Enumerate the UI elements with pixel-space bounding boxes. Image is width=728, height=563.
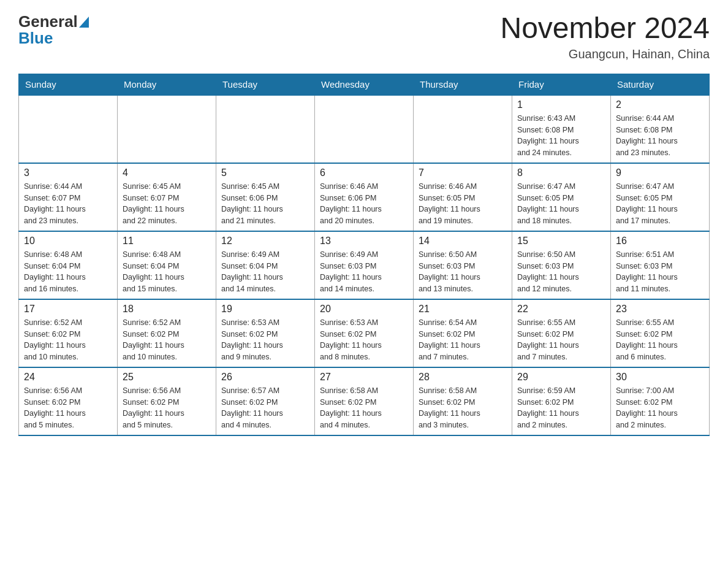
week-row-2: 3Sunrise: 6:44 AMSunset: 6:07 PMDaylight… bbox=[19, 163, 710, 231]
day-number: 12 bbox=[221, 236, 309, 247]
day-number: 9 bbox=[616, 167, 704, 178]
logo-arrow-icon bbox=[79, 17, 89, 28]
calendar-cell bbox=[19, 95, 118, 163]
day-number: 25 bbox=[123, 372, 211, 383]
calendar-cell bbox=[414, 95, 512, 163]
calendar-cell: 12Sunrise: 6:49 AMSunset: 6:04 PMDayligh… bbox=[216, 231, 315, 299]
day-number: 29 bbox=[517, 372, 605, 383]
day-number: 28 bbox=[419, 372, 507, 383]
calendar-cell: 17Sunrise: 6:52 AMSunset: 6:02 PMDayligh… bbox=[19, 299, 118, 367]
month-title: November 2024 bbox=[500, 12, 710, 45]
day-info: Sunrise: 6:49 AMSunset: 6:04 PMDaylight:… bbox=[221, 249, 309, 295]
calendar-cell: 23Sunrise: 6:55 AMSunset: 6:02 PMDayligh… bbox=[611, 299, 710, 367]
day-number: 7 bbox=[419, 167, 507, 178]
day-info: Sunrise: 6:52 AMSunset: 6:02 PMDaylight:… bbox=[123, 317, 211, 363]
day-number: 30 bbox=[616, 372, 704, 383]
calendar-cell: 26Sunrise: 6:57 AMSunset: 6:02 PMDayligh… bbox=[216, 367, 315, 435]
day-info: Sunrise: 6:55 AMSunset: 6:02 PMDaylight:… bbox=[517, 317, 605, 363]
day-info: Sunrise: 6:49 AMSunset: 6:03 PMDaylight:… bbox=[320, 249, 408, 295]
calendar-cell: 4Sunrise: 6:45 AMSunset: 6:07 PMDaylight… bbox=[118, 163, 216, 231]
header-thursday: Thursday bbox=[414, 74, 512, 95]
day-number: 24 bbox=[24, 372, 112, 383]
calendar-cell bbox=[315, 95, 414, 163]
day-info: Sunrise: 6:45 AMSunset: 6:06 PMDaylight:… bbox=[221, 181, 309, 227]
day-number: 10 bbox=[24, 236, 112, 247]
day-number: 22 bbox=[517, 304, 605, 315]
day-info: Sunrise: 6:43 AMSunset: 6:08 PMDaylight:… bbox=[517, 113, 605, 159]
header-monday: Monday bbox=[118, 74, 216, 95]
day-info: Sunrise: 6:46 AMSunset: 6:05 PMDaylight:… bbox=[419, 181, 507, 227]
day-info: Sunrise: 6:58 AMSunset: 6:02 PMDaylight:… bbox=[419, 385, 507, 431]
calendar-cell: 5Sunrise: 6:45 AMSunset: 6:06 PMDaylight… bbox=[216, 163, 315, 231]
day-number: 17 bbox=[24, 304, 112, 315]
day-info: Sunrise: 7:00 AMSunset: 6:02 PMDaylight:… bbox=[616, 385, 704, 431]
header-sunday: Sunday bbox=[19, 74, 118, 95]
calendar-cell: 6Sunrise: 6:46 AMSunset: 6:06 PMDaylight… bbox=[315, 163, 414, 231]
day-info: Sunrise: 6:57 AMSunset: 6:02 PMDaylight:… bbox=[221, 385, 309, 431]
day-info: Sunrise: 6:53 AMSunset: 6:02 PMDaylight:… bbox=[320, 317, 408, 363]
day-number: 1 bbox=[517, 99, 605, 110]
day-info: Sunrise: 6:48 AMSunset: 6:04 PMDaylight:… bbox=[24, 249, 112, 295]
week-row-1: 1Sunrise: 6:43 AMSunset: 6:08 PMDaylight… bbox=[19, 95, 710, 163]
day-number: 19 bbox=[221, 304, 309, 315]
day-number: 23 bbox=[616, 304, 704, 315]
calendar-cell: 8Sunrise: 6:47 AMSunset: 6:05 PMDaylight… bbox=[512, 163, 611, 231]
header-friday: Friday bbox=[512, 74, 611, 95]
day-number: 2 bbox=[616, 99, 704, 110]
day-info: Sunrise: 6:56 AMSunset: 6:02 PMDaylight:… bbox=[123, 385, 211, 431]
header-tuesday: Tuesday bbox=[216, 74, 315, 95]
location-subtitle: Guangcun, Hainan, China bbox=[500, 47, 710, 61]
day-info: Sunrise: 6:46 AMSunset: 6:06 PMDaylight:… bbox=[320, 181, 408, 227]
calendar-cell: 7Sunrise: 6:46 AMSunset: 6:05 PMDaylight… bbox=[414, 163, 512, 231]
day-info: Sunrise: 6:54 AMSunset: 6:02 PMDaylight:… bbox=[419, 317, 507, 363]
calendar-cell: 27Sunrise: 6:58 AMSunset: 6:02 PMDayligh… bbox=[315, 367, 414, 435]
calendar-cell: 25Sunrise: 6:56 AMSunset: 6:02 PMDayligh… bbox=[118, 367, 216, 435]
week-row-3: 10Sunrise: 6:48 AMSunset: 6:04 PMDayligh… bbox=[19, 231, 710, 299]
day-info: Sunrise: 6:48 AMSunset: 6:04 PMDaylight:… bbox=[123, 249, 211, 295]
day-number: 26 bbox=[221, 372, 309, 383]
day-info: Sunrise: 6:50 AMSunset: 6:03 PMDaylight:… bbox=[517, 249, 605, 295]
day-info: Sunrise: 6:47 AMSunset: 6:05 PMDaylight:… bbox=[616, 181, 704, 227]
calendar-table: SundayMondayTuesdayWednesdayThursdayFrid… bbox=[18, 74, 710, 436]
weekday-header-row: SundayMondayTuesdayWednesdayThursdayFrid… bbox=[19, 74, 710, 95]
calendar-cell: 10Sunrise: 6:48 AMSunset: 6:04 PMDayligh… bbox=[19, 231, 118, 299]
day-number: 21 bbox=[419, 304, 507, 315]
week-row-4: 17Sunrise: 6:52 AMSunset: 6:02 PMDayligh… bbox=[19, 299, 710, 367]
day-number: 27 bbox=[320, 372, 408, 383]
calendar-cell: 13Sunrise: 6:49 AMSunset: 6:03 PMDayligh… bbox=[315, 231, 414, 299]
day-info: Sunrise: 6:59 AMSunset: 6:02 PMDaylight:… bbox=[517, 385, 605, 431]
day-info: Sunrise: 6:56 AMSunset: 6:02 PMDaylight:… bbox=[24, 385, 112, 431]
header-wednesday: Wednesday bbox=[315, 74, 414, 95]
day-number: 20 bbox=[320, 304, 408, 315]
day-number: 6 bbox=[320, 167, 408, 178]
calendar-cell: 21Sunrise: 6:54 AMSunset: 6:02 PMDayligh… bbox=[414, 299, 512, 367]
day-number: 8 bbox=[517, 167, 605, 178]
calendar-cell: 28Sunrise: 6:58 AMSunset: 6:02 PMDayligh… bbox=[414, 367, 512, 435]
calendar-cell: 1Sunrise: 6:43 AMSunset: 6:08 PMDaylight… bbox=[512, 95, 611, 163]
day-number: 3 bbox=[24, 167, 112, 178]
day-info: Sunrise: 6:45 AMSunset: 6:07 PMDaylight:… bbox=[123, 181, 211, 227]
title-block: November 2024 Guangcun, Hainan, China bbox=[500, 12, 710, 61]
calendar-cell: 24Sunrise: 6:56 AMSunset: 6:02 PMDayligh… bbox=[19, 367, 118, 435]
day-info: Sunrise: 6:51 AMSunset: 6:03 PMDaylight:… bbox=[616, 249, 704, 295]
day-number: 18 bbox=[123, 304, 211, 315]
page-header: General Blue November 2024 Guangcun, Hai… bbox=[18, 12, 710, 61]
day-number: 11 bbox=[123, 236, 211, 247]
calendar-cell: 2Sunrise: 6:44 AMSunset: 6:08 PMDaylight… bbox=[611, 95, 710, 163]
day-number: 14 bbox=[419, 236, 507, 247]
calendar-cell: 19Sunrise: 6:53 AMSunset: 6:02 PMDayligh… bbox=[216, 299, 315, 367]
header-saturday: Saturday bbox=[611, 74, 710, 95]
day-info: Sunrise: 6:44 AMSunset: 6:07 PMDaylight:… bbox=[24, 181, 112, 227]
logo-blue-text: Blue bbox=[18, 29, 89, 48]
day-number: 16 bbox=[616, 236, 704, 247]
day-info: Sunrise: 6:58 AMSunset: 6:02 PMDaylight:… bbox=[320, 385, 408, 431]
day-info: Sunrise: 6:53 AMSunset: 6:02 PMDaylight:… bbox=[221, 317, 309, 363]
calendar-cell bbox=[216, 95, 315, 163]
day-number: 15 bbox=[517, 236, 605, 247]
calendar-cell: 11Sunrise: 6:48 AMSunset: 6:04 PMDayligh… bbox=[118, 231, 216, 299]
day-info: Sunrise: 6:44 AMSunset: 6:08 PMDaylight:… bbox=[616, 113, 704, 159]
calendar-cell: 18Sunrise: 6:52 AMSunset: 6:02 PMDayligh… bbox=[118, 299, 216, 367]
calendar-cell: 20Sunrise: 6:53 AMSunset: 6:02 PMDayligh… bbox=[315, 299, 414, 367]
calendar-cell: 14Sunrise: 6:50 AMSunset: 6:03 PMDayligh… bbox=[414, 231, 512, 299]
week-row-5: 24Sunrise: 6:56 AMSunset: 6:02 PMDayligh… bbox=[19, 367, 710, 435]
